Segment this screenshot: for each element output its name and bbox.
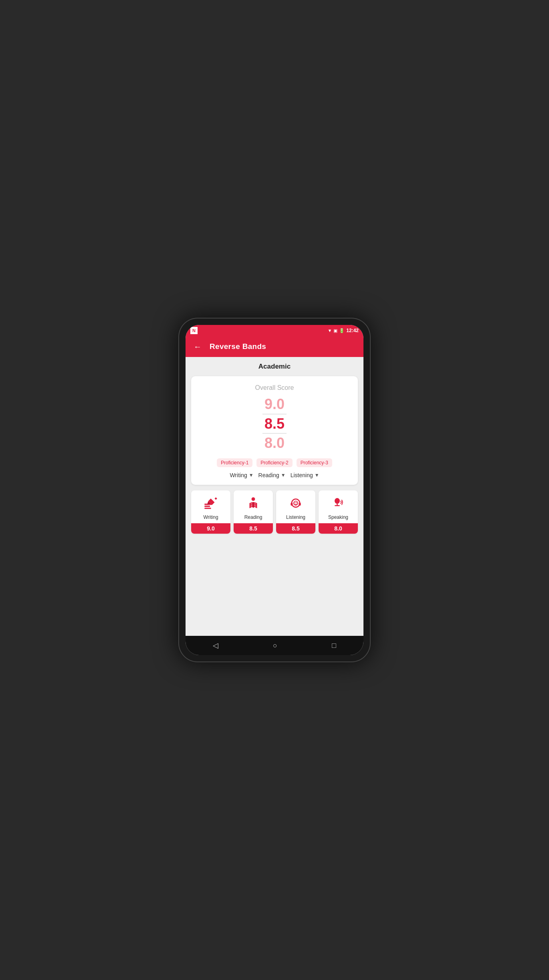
svg-point-9 [296, 502, 297, 504]
reading-chevron-icon: ▼ [281, 472, 286, 478]
phone-frame: N ▼ ▣ 🔋 12:42 ← Reverse Bands Academic O… [178, 318, 371, 662]
skills-row: Writing ▼ Reading ▼ Listening ▼ [198, 472, 351, 478]
reading-card-score: 8.5 [234, 523, 273, 534]
svg-point-8 [295, 502, 296, 504]
listening-card-score: 8.5 [276, 523, 315, 534]
scores-container: 9.0 8.5 8.0 [198, 396, 351, 451]
skill-cards-grid: Writing 9.0 Re [191, 490, 358, 534]
listening-card-name: Listening [285, 514, 307, 523]
status-bar: N ▼ ▣ 🔋 12:42 [186, 325, 363, 336]
proficiency-badge-2[interactable]: Proficiency-2 [256, 458, 292, 467]
speaking-card-name: Speaking [327, 514, 350, 523]
wifi-icon: ▼ [327, 328, 332, 333]
svg-rect-2 [204, 508, 211, 509]
app-title: Reverse Bands [210, 342, 266, 351]
nav-recent-button[interactable]: □ [324, 638, 344, 653]
score-value-1: 9.0 [264, 396, 285, 412]
score-value-2: 8.5 [264, 416, 285, 432]
svg-rect-5 [291, 502, 293, 506]
proficiency-badge-1[interactable]: Proficiency-1 [217, 458, 252, 467]
reading-card[interactable]: Reading 8.5 [234, 490, 273, 534]
writing-card[interactable]: Writing 9.0 [191, 490, 230, 534]
svg-point-3 [252, 497, 255, 501]
proficiency-row: Proficiency-1 Proficiency-2 Proficiency-… [198, 458, 351, 467]
back-button[interactable]: ← [192, 341, 203, 353]
status-left: N [190, 327, 198, 334]
score-card: Overall Score 9.0 8.5 8.0 Proficiency-1 … [191, 376, 358, 485]
phone-screen: N ▼ ▣ 🔋 12:42 ← Reverse Bands Academic O… [186, 325, 363, 655]
reading-card-name: Reading [243, 514, 264, 523]
content-area: Academic Overall Score 9.0 8.5 8.0 Profi… [186, 357, 363, 636]
nav-bar: ◁ ○ □ [186, 636, 363, 655]
battery-icon: 🔋 [339, 328, 345, 333]
listening-dropdown-label: Listening [291, 472, 313, 478]
speaking-card[interactable]: Speaking 8.0 [319, 490, 358, 534]
nav-back-button[interactable]: ◁ [205, 638, 226, 653]
listening-chevron-icon: ▼ [315, 472, 319, 478]
app-bar: ← Reverse Bands [186, 336, 363, 357]
writing-chevron-icon: ▼ [249, 472, 254, 478]
score-divider-1 [262, 414, 287, 414]
writing-dropdown-label: Writing [230, 472, 247, 478]
section-title: Academic [191, 363, 358, 371]
reading-dropdown[interactable]: Reading ▼ [258, 472, 286, 478]
reading-icon [242, 490, 265, 514]
score-divider-2 [262, 433, 287, 434]
listening-icon [284, 490, 307, 514]
signal-icon: ▣ [333, 328, 337, 333]
overall-score-label: Overall Score [198, 384, 351, 391]
status-logo: N [190, 327, 198, 334]
speaking-card-score: 8.0 [319, 523, 358, 534]
nav-home-button[interactable]: ○ [265, 638, 285, 653]
svg-rect-1 [204, 506, 210, 507]
score-value-3: 8.0 [264, 435, 285, 451]
proficiency-badge-3[interactable]: Proficiency-3 [297, 458, 332, 467]
status-time: 12:42 [346, 328, 359, 333]
svg-point-4 [292, 499, 300, 507]
reading-dropdown-label: Reading [258, 472, 279, 478]
speaking-icon [327, 490, 350, 514]
svg-rect-6 [299, 502, 301, 506]
status-right: ▼ ▣ 🔋 12:42 [327, 328, 359, 333]
writing-icon [199, 490, 222, 514]
writing-card-name: Writing [202, 514, 220, 523]
listening-dropdown[interactable]: Listening ▼ [291, 472, 319, 478]
listening-card[interactable]: Listening 8.5 [276, 490, 315, 534]
writing-card-score: 9.0 [191, 523, 230, 534]
writing-dropdown[interactable]: Writing ▼ [230, 472, 253, 478]
